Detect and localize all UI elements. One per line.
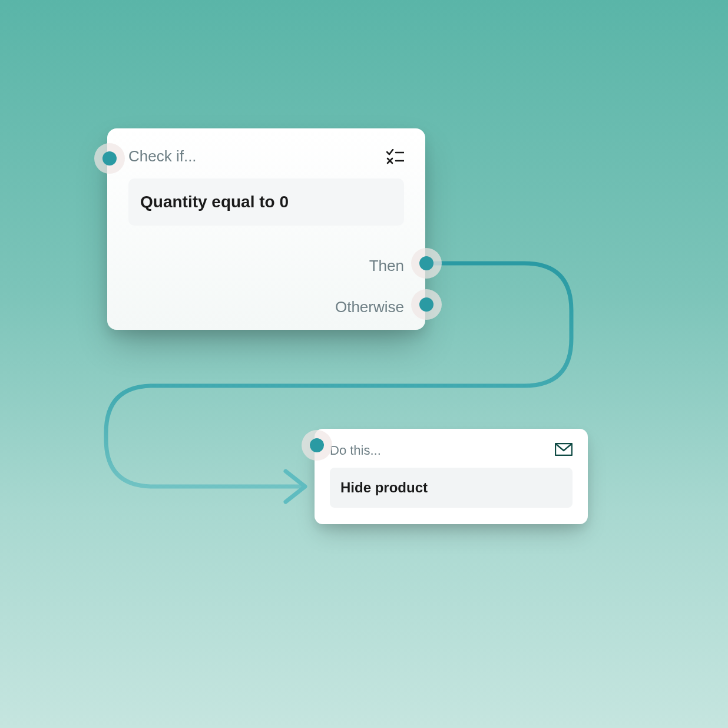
- workflow-canvas[interactable]: Check if... Quantity equal to 0 Then Oth…: [0, 0, 728, 728]
- connector-then-to-action: [0, 0, 728, 728]
- condition-branches: Then Otherwise: [335, 258, 404, 315]
- action-title: Do this...: [330, 443, 381, 458]
- branch-then-label: Then: [335, 258, 404, 273]
- action-node[interactable]: Do this... Hide product: [315, 429, 588, 524]
- condition-header: Check if...: [128, 147, 404, 166]
- action-body[interactable]: Hide product: [330, 468, 573, 508]
- action-input-port[interactable]: [310, 438, 324, 452]
- condition-title: Check if...: [128, 147, 197, 166]
- otherwise-output-port[interactable]: [419, 297, 434, 312]
- branch-otherwise-label: Otherwise: [335, 299, 404, 315]
- condition-node[interactable]: Check if... Quantity equal to 0 Then Oth…: [107, 128, 425, 330]
- checklist-icon: [386, 149, 404, 164]
- condition-expression[interactable]: Quantity equal to 0: [128, 178, 404, 226]
- envelope-icon: [555, 443, 573, 458]
- action-header: Do this...: [330, 443, 573, 458]
- then-output-port[interactable]: [419, 256, 434, 270]
- condition-input-port[interactable]: [102, 151, 117, 166]
